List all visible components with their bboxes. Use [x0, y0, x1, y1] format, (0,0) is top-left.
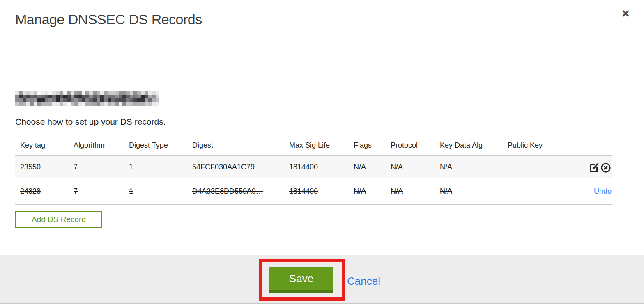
col-header-digest: Digest	[187, 141, 284, 150]
digest-type-value: 1	[124, 187, 187, 196]
col-header-protocol: Protocol	[386, 141, 435, 150]
protocol-value: N/A	[386, 163, 435, 171]
save-button[interactable]: Save	[269, 267, 334, 293]
redacted-domain-name	[15, 91, 159, 106]
subtitle-text: Choose how to set up your DS records.	[15, 117, 166, 127]
col-header-max-sig-life: Max Sig Life	[284, 141, 349, 150]
edit-icon[interactable]	[589, 162, 600, 173]
protocol-value: N/A	[386, 187, 435, 196]
undo-link[interactable]: Undo	[594, 187, 612, 196]
close-icon[interactable]: ×	[621, 6, 630, 20]
max-sig-life-value: 1814400	[284, 187, 349, 196]
col-header-flags: Flags	[349, 141, 386, 150]
table-row: 23550 7 1 54FCF030AA1C79… 1814400 N/A N/…	[15, 155, 612, 178]
row-actions: Undo	[556, 187, 612, 196]
digest-value: D4A33E8DD550A9…	[187, 187, 284, 196]
algorithm-value: 7	[69, 187, 124, 196]
key-data-alg-value: N/A	[435, 187, 503, 196]
ds-records-table: Key tag Algorithm Digest Type Digest Max…	[15, 135, 612, 205]
digest-type-value: 1	[124, 163, 187, 171]
key-data-alg-value: N/A	[435, 163, 503, 171]
delete-icon[interactable]	[600, 162, 612, 173]
col-header-public-key: Public Key	[503, 141, 556, 150]
cancel-link[interactable]: Cancel	[347, 275, 380, 288]
digest-value: 54FCF030AA1C79…	[187, 163, 284, 171]
row-actions	[556, 162, 612, 173]
bottom-divider	[0, 303, 644, 304]
flags-value: N/A	[349, 187, 386, 196]
flags-value: N/A	[349, 163, 386, 171]
dnssec-modal: Manage DNSSEC DS Records × Choose how to…	[0, 0, 644, 306]
col-header-algorithm: Algorithm	[69, 141, 124, 150]
col-header-digest-type: Digest Type	[124, 141, 187, 150]
key-tag-value: 24828	[15, 187, 69, 196]
col-header-key-data-alg: Key Data Alg	[435, 141, 503, 150]
table-header-row: Key tag Algorithm Digest Type Digest Max…	[15, 135, 612, 155]
add-ds-record-button[interactable]: Add DS Record	[15, 211, 102, 228]
algorithm-value: 7	[69, 163, 124, 171]
page-title: Manage DNSSEC DS Records	[15, 11, 202, 27]
key-tag-value: 23550	[15, 163, 69, 171]
table-row-deleted: 24828 7 1 D4A33E8DD550A9… 1814400 N/A N/…	[15, 178, 612, 205]
col-header-key-tag: Key tag	[15, 141, 69, 150]
max-sig-life-value: 1814400	[284, 163, 349, 171]
